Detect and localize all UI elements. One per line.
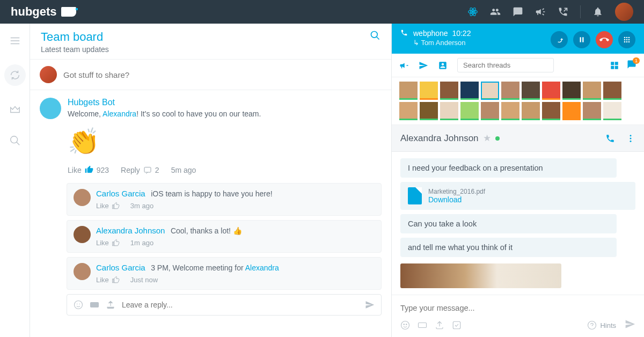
call-caller: Tom Anderson [421, 39, 465, 47]
thread-av[interactable] [440, 102, 458, 120]
dialpad-button[interactable] [618, 31, 635, 48]
thread-av[interactable] [562, 102, 581, 120]
thread-av[interactable] [603, 82, 621, 100]
thread-av[interactable] [522, 102, 540, 120]
chat-panel: webphone 10:22 ↳ Tom Anderson [392, 24, 644, 337]
thread-av[interactable] [583, 102, 601, 120]
thread-av[interactable] [603, 102, 621, 120]
reply-author[interactable]: Alexandra Johnson [96, 226, 165, 235]
bell-icon[interactable] [592, 6, 603, 17]
refresh-icon[interactable] [4, 64, 26, 86]
svg-point-14 [624, 37, 626, 39]
top-bar: hubgets [0, 0, 644, 24]
thread-av[interactable] [420, 102, 438, 120]
send-button[interactable] [625, 319, 635, 332]
thread-av[interactable] [583, 82, 601, 100]
thread-av[interactable] [440, 82, 458, 100]
check-icon[interactable] [452, 320, 462, 330]
reply-text: Cool, thanks a lot! 👍 [171, 226, 242, 235]
emoji-icon[interactable] [400, 320, 410, 330]
search-nav-icon[interactable] [8, 133, 23, 148]
more-icon[interactable] [626, 134, 635, 143]
contact-icon[interactable] [438, 61, 448, 70]
file-name: Marketing_2016.pdf [428, 188, 485, 195]
svg-rect-13 [582, 37, 583, 42]
search-icon[interactable] [370, 30, 380, 41]
reply-like[interactable]: Like [96, 202, 120, 210]
svg-text:GIF: GIF [92, 303, 97, 306]
post-author[interactable]: Hubgets Bot [68, 98, 382, 107]
send-msg-icon[interactable] [419, 61, 428, 70]
reply-item: Carlos Garcia 3 PM, Welcome meeting for … [67, 257, 382, 290]
thread-av[interactable] [399, 102, 418, 120]
call-contact-icon[interactable] [605, 134, 615, 143]
thread-av[interactable] [522, 82, 540, 100]
thread-av[interactable] [460, 82, 479, 100]
svg-point-16 [628, 37, 630, 39]
user-avatar[interactable] [615, 3, 633, 21]
phone-out-icon[interactable] [558, 6, 568, 17]
star-icon[interactable]: ★ [483, 133, 491, 144]
reply-age: Just now [130, 276, 158, 284]
self-avatar [40, 66, 57, 83]
thread-av[interactable] [501, 82, 519, 100]
thread-av-selected[interactable] [481, 82, 499, 100]
emoji-icon[interactable] [74, 300, 83, 310]
crown-icon[interactable] [8, 102, 23, 117]
grid-icon[interactable] [610, 61, 619, 70]
thread-av[interactable] [542, 102, 560, 120]
notif-chat[interactable]: 1 [627, 60, 636, 71]
search-threads-input[interactable] [457, 58, 554, 72]
like-action[interactable]: Like 923 [68, 165, 109, 175]
people-icon[interactable] [490, 6, 501, 17]
logo[interactable]: hubgets [11, 5, 76, 19]
reply-author[interactable]: Carlos Garcia [96, 189, 145, 198]
thread-avatars [392, 77, 644, 125]
mention[interactable]: Alexandra [103, 109, 136, 118]
message-input[interactable] [400, 301, 635, 316]
phone-icon [400, 29, 408, 36]
thread-av[interactable] [562, 82, 581, 100]
thread-av[interactable] [501, 102, 519, 120]
status-online [495, 136, 500, 141]
transfer-button[interactable] [551, 31, 568, 48]
reply-text: 3 PM, Welcome meeting for Alexandra [151, 263, 279, 272]
download-link[interactable]: Download [428, 195, 462, 204]
svg-point-35 [588, 321, 596, 329]
reply-like[interactable]: Like [96, 239, 120, 247]
thread-av[interactable] [481, 102, 499, 120]
thread-av[interactable] [420, 82, 438, 100]
send-icon[interactable] [365, 300, 375, 310]
messages: I need your feedback on a presentation M… [392, 152, 644, 295]
call-time: 10:22 [452, 29, 471, 38]
announce-icon[interactable] [399, 61, 409, 70]
image-bubble[interactable] [400, 263, 561, 288]
thread-av[interactable] [460, 102, 479, 120]
atom-icon[interactable] [467, 6, 478, 17]
thread-av[interactable] [542, 82, 560, 100]
svg-point-15 [626, 37, 628, 39]
upload-icon[interactable] [106, 300, 115, 310]
reply-author[interactable]: Carlos Garcia [96, 263, 145, 272]
megaphone-icon[interactable] [535, 6, 546, 17]
menu-icon[interactable] [8, 33, 23, 48]
upload-icon[interactable] [435, 320, 444, 330]
board-header: Team board Latest team updates [30, 24, 391, 60]
msg-bubble: and tell me what you think of it [400, 238, 617, 257]
svg-rect-12 [580, 37, 581, 42]
thread-av[interactable] [399, 82, 418, 100]
hold-button[interactable] [573, 31, 590, 48]
svg-point-27 [630, 135, 632, 136]
gif-icon[interactable]: GIF [90, 300, 99, 310]
hangup-button[interactable] [596, 31, 613, 48]
reply-input[interactable] [122, 301, 358, 309]
chat-icon[interactable] [513, 6, 523, 17]
svg-point-29 [630, 140, 632, 142]
svg-point-18 [626, 39, 628, 41]
reply-action[interactable]: Reply 2 [121, 166, 159, 174]
hints-button[interactable]: Hints [587, 320, 616, 330]
compose-input[interactable] [63, 70, 382, 79]
reply-like[interactable]: Like [96, 276, 120, 284]
gif-icon[interactable] [418, 320, 427, 330]
svg-point-9 [79, 303, 80, 304]
